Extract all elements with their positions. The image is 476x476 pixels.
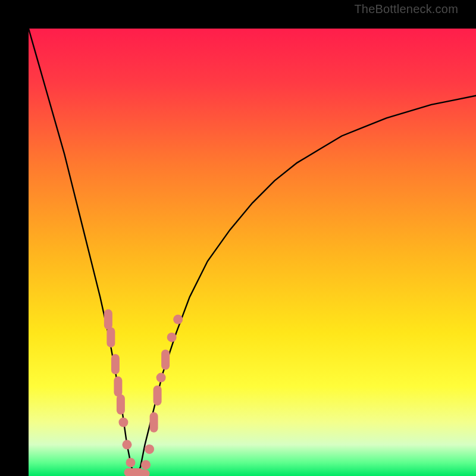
curve-marker — [114, 377, 122, 397]
bottleneck-curve — [29, 29, 476, 476]
curve-marker — [126, 458, 135, 467]
curve-marker — [167, 333, 177, 342]
curve-marker — [107, 327, 115, 347]
curve-marker — [141, 460, 151, 469]
curve-marker — [150, 412, 158, 433]
chart-svg — [29, 29, 476, 476]
chart-frame — [0, 0, 476, 476]
curve-marker — [104, 309, 112, 330]
plot-area — [29, 29, 476, 476]
curve-marker — [122, 440, 131, 449]
curve-marker — [145, 444, 154, 454]
curve-marker — [111, 354, 120, 374]
curve-marker — [173, 315, 183, 324]
curve-marker — [161, 349, 170, 369]
watermark-text: TheBottleneck.com — [354, 2, 458, 16]
curve-marker — [154, 386, 162, 406]
curve-marker — [156, 373, 166, 383]
curve-marker — [129, 469, 149, 476]
curve-marker — [117, 394, 125, 415]
curve-marker — [118, 418, 128, 427]
